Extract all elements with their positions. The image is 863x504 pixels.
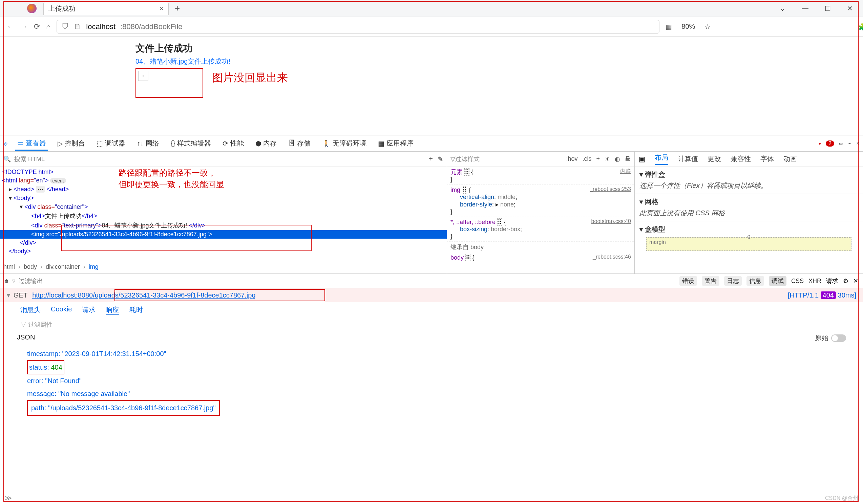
devtools-tab-network[interactable]: ↑↓ 网络: [135, 137, 161, 150]
styles-filter-input[interactable]: 过滤样式: [455, 155, 479, 163]
annotation-box-image: ▫: [136, 68, 203, 98]
filter-req[interactable]: 请求: [826, 277, 838, 285]
error-count[interactable]: 2: [826, 141, 834, 146]
resp-tab-request[interactable]: 请求: [82, 305, 96, 315]
clear-console-icon[interactable]: 🗑: [5, 279, 9, 283]
filter-icon: ▽: [12, 279, 15, 283]
filter-info[interactable]: 信息: [747, 276, 764, 286]
filter-icon: ▽: [20, 321, 26, 328]
layout-tab-fonts[interactable]: 字体: [760, 154, 774, 164]
upload-success-link[interactable]: 04、蜡笔小新.jpg文件上传成功!: [136, 57, 863, 66]
filter-xhr[interactable]: XHR: [809, 277, 821, 285]
layout-tab-anim[interactable]: 动画: [784, 154, 797, 164]
layout-tab-layout[interactable]: 布局: [655, 153, 668, 165]
zoom-level[interactable]: 80%: [681, 23, 695, 30]
json-response-body: timestamp: "2023-09-01T14:42:31.154+00:0…: [0, 345, 863, 418]
nav-forward-icon[interactable]: →: [20, 22, 28, 31]
devtools-tab-console[interactable]: ▷ 控制台: [55, 137, 87, 150]
address-bar[interactable]: ⛉ 🗎 localhost:8080/addBookFile: [57, 20, 660, 34]
broken-image-icon: ▫: [138, 71, 148, 81]
nav-home-icon[interactable]: ⌂: [46, 22, 50, 31]
window-maximize-icon[interactable]: ☐: [825, 4, 831, 13]
devtools-tab-a11y[interactable]: 🚶 无障碍环境: [320, 137, 368, 150]
url-path: :8080/addBookFile: [120, 22, 182, 31]
search-icon: 🔍: [3, 155, 11, 163]
shield-icon[interactable]: ⛉: [62, 22, 69, 31]
status-badge: 404: [821, 292, 836, 299]
console-prompt[interactable]: ≫: [5, 494, 12, 502]
filter-error[interactable]: 错误: [679, 276, 697, 286]
extensions-icon[interactable]: 🧩: [858, 23, 863, 31]
console-close-icon[interactable]: ✕: [853, 277, 858, 285]
resp-tab-timings[interactable]: 耗时: [129, 305, 143, 315]
dom-search-input[interactable]: 搜索 HTML: [14, 155, 45, 163]
window-close-icon[interactable]: ✕: [847, 4, 853, 13]
page-info-icon[interactable]: 🗎: [74, 22, 81, 31]
annotation-box-status: status: 404: [27, 360, 64, 374]
filter-debug[interactable]: 调试: [769, 276, 786, 286]
dom-selected-node: <img src="/uploads/52326541-33c4-4b96-9f…: [0, 230, 447, 238]
add-node-icon[interactable]: +: [429, 155, 433, 163]
devtools-tab-performance[interactable]: ⟳ 性能: [221, 137, 246, 150]
devtools-more-icon[interactable]: ⋯: [848, 141, 851, 146]
tab-close-icon[interactable]: ×: [159, 4, 164, 13]
filter-icon: ▽: [450, 155, 455, 163]
light-theme-icon[interactable]: ☀: [604, 155, 610, 163]
browser-tab[interactable]: 上传成功 ×: [43, 2, 169, 15]
devtools-tab-style[interactable]: {} 样式编辑器: [169, 137, 213, 150]
filter-attributes-input[interactable]: 过滤属性: [28, 321, 52, 328]
nav-back-icon[interactable]: ←: [7, 22, 14, 31]
element-picker-icon[interactable]: ⟐: [3, 139, 8, 148]
annotation-text-1: 图片没回显出来: [212, 70, 288, 85]
cls-toggle[interactable]: .cls: [582, 155, 591, 163]
devtools-close-icon[interactable]: ✕: [856, 141, 860, 146]
request-url[interactable]: http://localhost:8080/uploads/52326541-3…: [32, 292, 255, 299]
filter-warn[interactable]: 警告: [702, 276, 720, 286]
window-minimize-icon[interactable]: —: [802, 4, 809, 13]
devtools-tab-storage[interactable]: 🗄 存储: [286, 137, 313, 150]
eyedropper-icon[interactable]: ✎: [438, 155, 443, 163]
hov-toggle[interactable]: :hov: [566, 155, 577, 163]
breadcrumb[interactable]: html› body› div.container› img: [0, 260, 447, 273]
json-section-label[interactable]: JSON: [17, 333, 35, 343]
console-settings-icon[interactable]: ⚙: [843, 277, 848, 285]
layout-panel-toggle-icon[interactable]: ▣: [639, 155, 645, 163]
tab-title: 上传成功: [48, 4, 76, 13]
add-rule-icon[interactable]: +: [596, 155, 600, 163]
dom-tree[interactable]: 路径跟配置的路径不一致， 但即使更换一致，也没能回显 <!DOCTYPE htm…: [0, 167, 447, 260]
network-request-row[interactable]: ▾ GET http://localhost:8080/uploads/5232…: [0, 288, 863, 302]
bookmark-star-icon[interactable]: ☆: [704, 23, 711, 31]
qr-icon[interactable]: ▦: [665, 23, 672, 31]
resp-tab-response[interactable]: 响应: [106, 305, 119, 315]
filter-css[interactable]: CSS: [791, 277, 804, 285]
watermark: CSDN @金州: [825, 495, 858, 502]
resp-tab-cookie[interactable]: Cookie: [51, 305, 72, 315]
resp-tab-headers[interactable]: 消息头: [20, 305, 41, 315]
url-host: localhost: [86, 22, 115, 31]
print-icon[interactable]: 🖶: [625, 155, 631, 163]
devtools-tab-app[interactable]: ▦ 应用程序: [376, 137, 416, 150]
box-model-diagram: margin 0: [646, 237, 851, 251]
layout-tab-computed[interactable]: 计算值: [678, 154, 698, 164]
annotation-text-2: 路径跟配置的路径不一致， 但即使更换一致，也没能回显: [118, 167, 224, 190]
dark-theme-icon[interactable]: ◐: [615, 155, 620, 163]
layout-tab-compat[interactable]: 兼容性: [730, 154, 751, 164]
annotation-box-path: path: "/uploads/52326541-33c4-4b96-9f1f-…: [27, 400, 220, 416]
new-tab-button[interactable]: +: [175, 3, 180, 14]
responsive-mode-icon[interactable]: ▭: [839, 141, 843, 146]
error-indicator[interactable]: ●: [818, 141, 821, 146]
layout-tab-changes[interactable]: 更改: [708, 154, 721, 164]
nav-reload-icon[interactable]: ⟳: [34, 22, 40, 31]
console-filter-input[interactable]: 过滤输出: [18, 277, 43, 285]
firefox-logo: [27, 4, 37, 13]
devtools-tab-memory[interactable]: ⬢ 内存: [253, 137, 279, 150]
request-method: GET: [14, 292, 27, 299]
devtools-tab-inspector[interactable]: ▭ 查看器: [15, 137, 48, 151]
filter-log[interactable]: 日志: [724, 276, 742, 286]
raw-toggle[interactable]: [831, 334, 846, 342]
devtools-tab-debugger[interactable]: ⬚ 调试器: [95, 137, 127, 150]
raw-label: 原始: [815, 333, 828, 343]
page-heading: 文件上传成功: [136, 42, 863, 55]
tabs-dropdown-icon[interactable]: ⌄: [780, 4, 786, 13]
